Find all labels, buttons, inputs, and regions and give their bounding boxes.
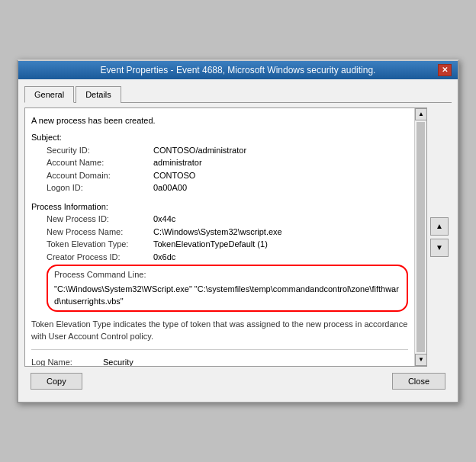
event-properties-window: Event Properties - Event 4688, Microsoft… <box>17 59 459 403</box>
title-bar: Event Properties - Event 4688, Microsoft… <box>18 61 458 79</box>
close-button[interactable]: Close <box>392 373 445 390</box>
intro-text: A new process has been created. <box>31 114 408 127</box>
close-icon[interactable]: ✕ <box>438 64 452 76</box>
scroll-thumb[interactable] <box>416 122 425 352</box>
window-body: General Details A new process has been c… <box>18 79 458 402</box>
subject-heading: Subject: <box>31 131 408 144</box>
tab-general[interactable]: General <box>24 86 74 103</box>
scrollbar[interactable]: ▲ ▼ <box>414 108 426 366</box>
nav-up-btn[interactable]: ▲ <box>430 217 449 236</box>
bottom-bar: Copy Close <box>24 367 452 396</box>
scroll-up-btn[interactable]: ▲ <box>415 108 427 120</box>
nav-buttons: ▲ ▼ <box>427 107 452 367</box>
field-account-name: Account Name: administrator <box>47 156 408 169</box>
tab-bar: General Details <box>24 85 452 103</box>
tab-details[interactable]: Details <box>76 86 121 103</box>
event-content: A new process has been created. Subject:… <box>25 108 414 366</box>
divider <box>31 349 408 350</box>
meta-log-name: Log Name: Security <box>31 356 408 366</box>
window-title: Event Properties - Event 4688, Microsoft… <box>38 65 438 75</box>
field-account-domain: Account Domain: CONTOSO <box>47 169 408 182</box>
field-logon-id: Logon ID: 0a00A00 <box>47 181 408 194</box>
field-token-elevation: Token Elevation Type: TokenElevationType… <box>47 238 408 251</box>
process-heading: Process Information: <box>31 201 408 213</box>
nav-down-btn[interactable]: ▼ <box>430 239 449 257</box>
field-security-id: Security ID: CONTOSO/administrator <box>47 144 408 157</box>
scroll-down-btn[interactable]: ▼ <box>415 354 427 366</box>
field-new-process-id: New Process ID: 0x44c <box>47 213 408 226</box>
highlighted-command-line: Process Command Line: "C:\Windows\System… <box>47 265 408 312</box>
field-new-process-name: New Process Name: C:\Windows\System32\ws… <box>47 226 408 239</box>
description-text: Token Elevation Type indicates the type … <box>31 318 408 343</box>
field-creator-process-id: Creator Process ID: 0x6dc <box>47 251 408 264</box>
copy-button[interactable]: Copy <box>31 373 82 390</box>
